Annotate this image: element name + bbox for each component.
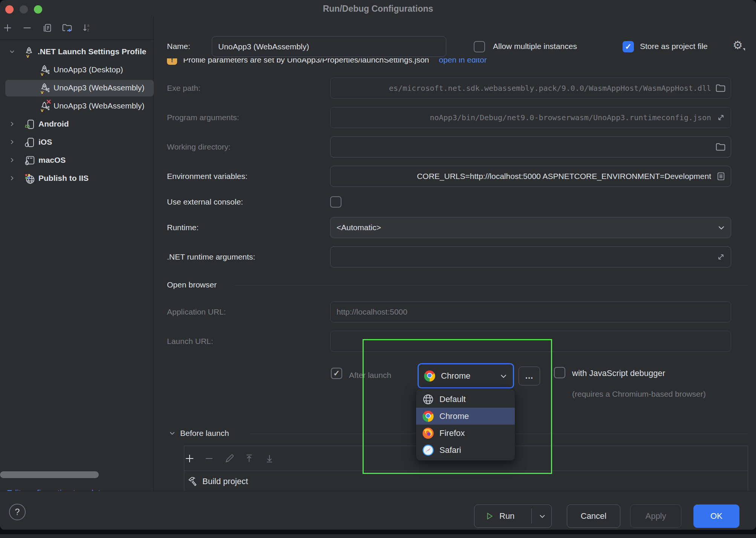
store-settings-gear-icon[interactable]: ⚙	[733, 38, 743, 52]
run-button[interactable]: Run	[474, 504, 552, 528]
store-as-project-file-label[interactable]: Store as project file	[640, 42, 708, 51]
dialog-footer: ? Run Cancel Apply OK	[0, 491, 756, 530]
program-arguments-label: Program arguments:	[167, 113, 239, 122]
working-directory-input[interactable]	[330, 136, 731, 157]
remove-task-button[interactable]	[202, 452, 216, 465]
help-button[interactable]: ?	[9, 504, 26, 520]
chevron-right-icon[interactable]	[8, 156, 16, 165]
program-arguments-value: noApp3/bin/Debug/net9.0-browserwasm/UnoA…	[430, 113, 711, 122]
working-directory-label: Working directory:	[167, 142, 231, 151]
browser-dropdown-menu: Default Chrome	[416, 388, 515, 461]
chevron-down-icon[interactable]	[168, 429, 176, 439]
dotnet-runtime-arguments-input[interactable]	[330, 246, 731, 267]
env-vars-editor-icon[interactable]	[716, 171, 726, 182]
application-url-label: Application URL:	[167, 307, 226, 316]
browse-folder-icon[interactable]	[715, 141, 726, 153]
expand-editor-icon[interactable]	[716, 252, 726, 262]
menu-item-label: Default	[439, 394, 466, 404]
js-debugger-label[interactable]: with JavaScript debugger	[572, 368, 665, 378]
exe-path-label: Exe path:	[167, 84, 200, 93]
ok-button[interactable]: OK	[693, 504, 739, 528]
configurations-tree: v .NET Launch Settings Profile v Uno	[0, 43, 154, 188]
apply-button: Apply	[630, 504, 681, 528]
menu-item-chrome[interactable]: Chrome	[416, 408, 515, 425]
tree-item-macos[interactable]: macOS	[0, 151, 154, 170]
tree-item-dotnet-launch-settings[interactable]: v .NET Launch Settings Profile	[0, 43, 154, 61]
firefox-icon	[422, 427, 434, 439]
run-config-rocket-icon: v	[39, 64, 51, 77]
hammer-icon	[187, 476, 199, 487]
chevron-right-icon[interactable]	[8, 174, 16, 183]
configurations-panel: a z v	[0, 17, 154, 491]
tree-item-label: macOS	[38, 156, 66, 165]
tree-item-ios[interactable]: iOS	[0, 133, 154, 151]
js-debugger-checkbox[interactable]: ✓	[554, 367, 565, 378]
warning-banner: ! Profile parameters are set by UnoApp3/…	[167, 58, 619, 70]
expand-editor-icon[interactable]	[716, 112, 726, 123]
menu-item-label: Safari	[439, 445, 461, 455]
warning-icon: !	[167, 58, 177, 65]
tree-item-publish-to-iis[interactable]: Publish to IIS	[0, 170, 154, 188]
allow-multiple-instances-label[interactable]: Allow multiple instances	[493, 42, 577, 51]
run-debug-configurations-dialog: Run/Debug Configurations	[0, 0, 756, 530]
environment-variables-input[interactable]: CORE_URLS=http://localhost:5000 ASPNETCO…	[330, 166, 731, 187]
store-as-project-file-checkbox[interactable]: ✓	[623, 41, 634, 52]
use-external-console-checkbox[interactable]: ✓	[330, 196, 341, 208]
background-window-strip	[0, 534, 756, 538]
svg-text:z: z	[87, 28, 89, 32]
open-in-editor-link[interactable]: open in editor	[439, 58, 487, 64]
runtime-value: <Automatic>	[337, 223, 381, 232]
chrome-icon	[422, 410, 434, 422]
tree-item-unoapp3-webassembly-invalid[interactable]: ✕ v UnoApp3 (WebAssembly)	[0, 97, 154, 115]
dotnet-runtime-arguments-label: .NET runtime arguments:	[167, 252, 255, 261]
tree-item-unoapp3-webassembly-selected[interactable]: v UnoApp3 (WebAssembly)	[0, 79, 154, 97]
menu-item-safari[interactable]: Safari	[416, 442, 515, 459]
browse-folder-icon[interactable]	[715, 83, 726, 94]
open-browser-section-title: Open browser	[167, 280, 217, 289]
rocket-icon: v	[23, 46, 35, 59]
screen: Run/Debug Configurations	[0, 0, 756, 538]
move-down-button[interactable]	[263, 452, 276, 465]
before-launch-task-row[interactable]: Build project	[184, 471, 748, 492]
runtime-select[interactable]: <Automatic>	[330, 217, 731, 238]
chevron-right-icon[interactable]	[8, 120, 16, 129]
run-button-label: Run	[499, 511, 514, 521]
copy-configuration-button[interactable]	[40, 21, 54, 35]
name-input[interactable]: UnoApp3 (WebAssembly)	[212, 36, 446, 57]
android-icon	[24, 119, 35, 131]
remove-configuration-button[interactable]	[20, 21, 34, 35]
chevron-down-icon[interactable]	[538, 512, 547, 521]
before-launch-section-title[interactable]: Before launch	[180, 429, 229, 438]
horizontal-scrollbar-thumb[interactable]	[0, 471, 99, 478]
menu-item-firefox[interactable]: Firefox	[416, 425, 515, 442]
chevron-right-icon[interactable]	[8, 138, 16, 147]
add-task-button[interactable]	[183, 452, 196, 465]
move-up-button[interactable]	[242, 452, 256, 465]
allow-multiple-instances-checkbox[interactable]: ✓	[474, 41, 485, 52]
launch-url-label: Launch URL:	[167, 337, 213, 346]
tree-item-label: .NET Launch Settings Profile	[38, 47, 146, 56]
sort-configurations-button[interactable]: a z	[80, 21, 93, 35]
program-arguments-input: noApp3/bin/Debug/net9.0-browserwasm/UnoA…	[330, 107, 731, 128]
edit-task-button[interactable]	[223, 452, 236, 465]
publish-iis-icon	[24, 173, 35, 186]
chevron-down-icon[interactable]	[8, 48, 16, 57]
svg-text:a: a	[87, 23, 89, 28]
tree-item-label: UnoApp3 (Desktop)	[54, 65, 123, 74]
tree-item-android[interactable]: Android	[0, 115, 154, 133]
titlebar: Run/Debug Configurations	[0, 0, 756, 17]
configurations-toolbar: a z	[0, 17, 153, 40]
use-external-console-label: Use external console:	[167, 197, 243, 206]
environment-variables-label: Environment variables:	[167, 172, 248, 181]
js-debugger-note: (requires a Chromium-based browser)	[572, 390, 706, 399]
cancel-button[interactable]: Cancel	[567, 504, 620, 528]
new-folder-button[interactable]	[60, 21, 74, 35]
run-split-divider	[531, 509, 532, 524]
after-launch-checkbox[interactable]: ✓	[331, 368, 342, 379]
macos-icon	[24, 155, 35, 168]
tree-item-unoapp3-desktop[interactable]: v UnoApp3 (Desktop)	[0, 61, 154, 79]
menu-item-default[interactable]: Default	[416, 391, 515, 408]
add-configuration-button[interactable]	[1, 21, 14, 35]
dialog-title: Run/Debug Configurations	[0, 4, 756, 14]
run-config-rocket-icon: v	[39, 83, 51, 95]
